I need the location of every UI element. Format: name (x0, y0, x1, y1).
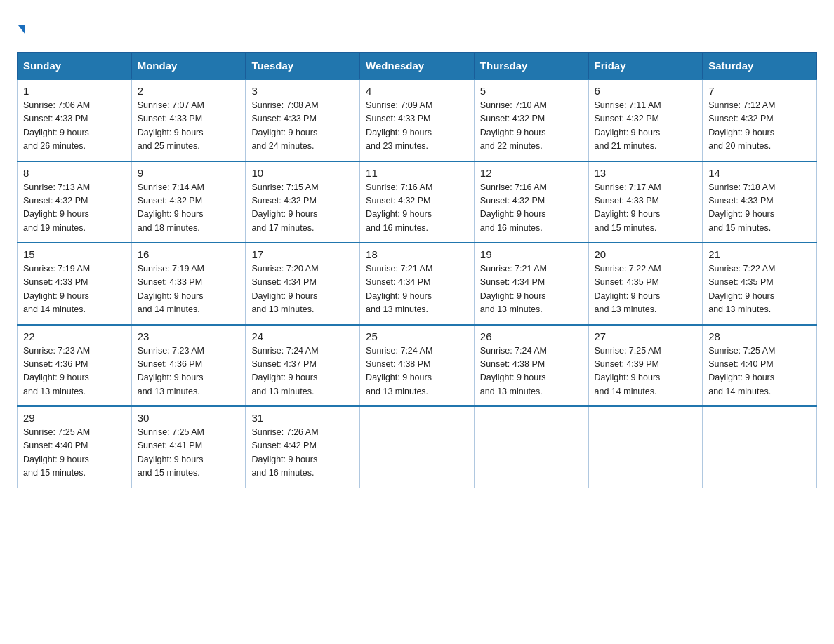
day-info: Sunrise: 7:21 AMSunset: 4:34 PMDaylight:… (366, 262, 468, 317)
day-number: 25 (366, 330, 468, 342)
calendar-cell: 23Sunrise: 7:23 AMSunset: 4:36 PMDayligh… (131, 325, 246, 407)
day-info: Sunrise: 7:24 AMSunset: 4:38 PMDaylight:… (480, 344, 583, 399)
calendar-cell: 6Sunrise: 7:11 AMSunset: 4:32 PMDaylight… (588, 79, 703, 161)
day-info: Sunrise: 7:26 AMSunset: 4:42 PMDaylight:… (251, 426, 354, 481)
calendar-cell: 30Sunrise: 7:25 AMSunset: 4:41 PMDayligh… (131, 406, 246, 488)
calendar-cell: 20Sunrise: 7:22 AMSunset: 4:35 PMDayligh… (588, 243, 703, 325)
calendar-cell: 10Sunrise: 7:15 AMSunset: 4:32 PMDayligh… (246, 161, 360, 243)
day-number: 28 (708, 330, 811, 342)
day-info: Sunrise: 7:24 AMSunset: 4:38 PMDaylight:… (366, 344, 468, 399)
calendar-header-row: SundayMondayTuesdayWednesdayThursdayFrid… (18, 53, 817, 80)
day-number: 13 (595, 167, 697, 179)
day-info: Sunrise: 7:17 AMSunset: 4:33 PMDaylight:… (595, 181, 697, 236)
day-number: 16 (138, 248, 240, 260)
day-number: 20 (595, 248, 697, 260)
calendar-cell: 22Sunrise: 7:23 AMSunset: 4:36 PMDayligh… (18, 325, 132, 407)
calendar-cell: 19Sunrise: 7:21 AMSunset: 4:34 PMDayligh… (474, 243, 588, 325)
calendar-cell: 21Sunrise: 7:22 AMSunset: 4:35 PMDayligh… (703, 243, 817, 325)
day-number: 4 (366, 85, 468, 97)
calendar-cell: 4Sunrise: 7:09 AMSunset: 4:33 PMDaylight… (360, 79, 475, 161)
week-row-3: 15Sunrise: 7:19 AMSunset: 4:33 PMDayligh… (18, 243, 817, 325)
day-number: 30 (138, 412, 240, 424)
col-header-saturday: Saturday (703, 53, 817, 80)
day-number: 12 (480, 167, 583, 179)
day-info: Sunrise: 7:22 AMSunset: 4:35 PMDaylight:… (595, 262, 697, 317)
calendar-cell: 8Sunrise: 7:13 AMSunset: 4:32 PMDaylight… (18, 161, 132, 243)
page-header (17, 17, 817, 39)
day-info: Sunrise: 7:09 AMSunset: 4:33 PMDaylight:… (366, 99, 468, 154)
day-number: 29 (23, 412, 126, 424)
day-info: Sunrise: 7:12 AMSunset: 4:32 PMDaylight:… (708, 99, 811, 154)
calendar-cell: 16Sunrise: 7:19 AMSunset: 4:33 PMDayligh… (131, 243, 246, 325)
day-number: 5 (480, 85, 583, 97)
day-info: Sunrise: 7:25 AMSunset: 4:40 PMDaylight:… (708, 344, 811, 399)
week-row-5: 29Sunrise: 7:25 AMSunset: 4:40 PMDayligh… (18, 406, 817, 488)
day-number: 26 (480, 330, 583, 342)
day-number: 14 (708, 167, 811, 179)
day-info: Sunrise: 7:21 AMSunset: 4:34 PMDaylight:… (480, 262, 583, 317)
day-number: 2 (138, 85, 240, 97)
calendar-cell: 31Sunrise: 7:26 AMSunset: 4:42 PMDayligh… (246, 406, 360, 488)
day-info: Sunrise: 7:20 AMSunset: 4:34 PMDaylight:… (251, 262, 354, 317)
week-row-1: 1Sunrise: 7:06 AMSunset: 4:33 PMDaylight… (18, 79, 817, 161)
calendar-cell: 25Sunrise: 7:24 AMSunset: 4:38 PMDayligh… (360, 325, 475, 407)
day-number: 3 (251, 85, 354, 97)
day-number: 10 (251, 167, 354, 179)
calendar-cell (474, 406, 588, 488)
day-number: 15 (23, 248, 126, 260)
day-info: Sunrise: 7:25 AMSunset: 4:40 PMDaylight:… (23, 426, 126, 481)
day-number: 11 (366, 167, 468, 179)
day-number: 19 (480, 248, 583, 260)
calendar-cell: 13Sunrise: 7:17 AMSunset: 4:33 PMDayligh… (588, 161, 703, 243)
day-info: Sunrise: 7:22 AMSunset: 4:35 PMDaylight:… (708, 262, 811, 317)
calendar-cell (360, 406, 475, 488)
day-number: 17 (251, 248, 354, 260)
day-info: Sunrise: 7:25 AMSunset: 4:41 PMDaylight:… (138, 426, 240, 481)
calendar-cell: 15Sunrise: 7:19 AMSunset: 4:33 PMDayligh… (18, 243, 132, 325)
calendar-cell: 11Sunrise: 7:16 AMSunset: 4:32 PMDayligh… (360, 161, 475, 243)
day-info: Sunrise: 7:19 AMSunset: 4:33 PMDaylight:… (138, 262, 240, 317)
calendar-cell: 28Sunrise: 7:25 AMSunset: 4:40 PMDayligh… (703, 325, 817, 407)
calendar-cell: 7Sunrise: 7:12 AMSunset: 4:32 PMDaylight… (703, 79, 817, 161)
day-number: 9 (138, 167, 240, 179)
day-info: Sunrise: 7:07 AMSunset: 4:33 PMDaylight:… (138, 99, 240, 154)
logo (17, 17, 25, 39)
calendar-cell: 17Sunrise: 7:20 AMSunset: 4:34 PMDayligh… (246, 243, 360, 325)
calendar-cell: 14Sunrise: 7:18 AMSunset: 4:33 PMDayligh… (703, 161, 817, 243)
day-info: Sunrise: 7:08 AMSunset: 4:33 PMDaylight:… (251, 99, 354, 154)
calendar-cell (588, 406, 703, 488)
day-info: Sunrise: 7:13 AMSunset: 4:32 PMDaylight:… (23, 181, 126, 236)
day-number: 8 (23, 167, 126, 179)
calendar-cell: 3Sunrise: 7:08 AMSunset: 4:33 PMDaylight… (246, 79, 360, 161)
day-info: Sunrise: 7:11 AMSunset: 4:32 PMDaylight:… (595, 99, 697, 154)
col-header-thursday: Thursday (474, 53, 588, 80)
col-header-sunday: Sunday (18, 53, 132, 80)
calendar-cell: 24Sunrise: 7:24 AMSunset: 4:37 PMDayligh… (246, 325, 360, 407)
logo-general-line (17, 17, 25, 39)
col-header-tuesday: Tuesday (246, 53, 360, 80)
calendar-cell: 29Sunrise: 7:25 AMSunset: 4:40 PMDayligh… (18, 406, 132, 488)
day-number: 6 (595, 85, 697, 97)
day-info: Sunrise: 7:16 AMSunset: 4:32 PMDaylight:… (480, 181, 583, 236)
day-info: Sunrise: 7:19 AMSunset: 4:33 PMDaylight:… (23, 262, 126, 317)
calendar-cell: 1Sunrise: 7:06 AMSunset: 4:33 PMDaylight… (18, 79, 132, 161)
day-number: 7 (708, 85, 811, 97)
week-row-4: 22Sunrise: 7:23 AMSunset: 4:36 PMDayligh… (18, 325, 817, 407)
day-info: Sunrise: 7:14 AMSunset: 4:32 PMDaylight:… (138, 181, 240, 236)
day-number: 22 (23, 330, 126, 342)
calendar-cell: 2Sunrise: 7:07 AMSunset: 4:33 PMDaylight… (131, 79, 246, 161)
calendar-cell: 26Sunrise: 7:24 AMSunset: 4:38 PMDayligh… (474, 325, 588, 407)
day-info: Sunrise: 7:16 AMSunset: 4:32 PMDaylight:… (366, 181, 468, 236)
calendar-cell: 27Sunrise: 7:25 AMSunset: 4:39 PMDayligh… (588, 325, 703, 407)
logo-arrow-icon (18, 25, 25, 34)
day-info: Sunrise: 7:24 AMSunset: 4:37 PMDaylight:… (251, 344, 354, 399)
day-info: Sunrise: 7:06 AMSunset: 4:33 PMDaylight:… (23, 99, 126, 154)
day-number: 27 (595, 330, 697, 342)
calendar-cell (703, 406, 817, 488)
day-number: 1 (23, 85, 126, 97)
day-info: Sunrise: 7:18 AMSunset: 4:33 PMDaylight:… (708, 181, 811, 236)
calendar-cell: 18Sunrise: 7:21 AMSunset: 4:34 PMDayligh… (360, 243, 475, 325)
col-header-friday: Friday (588, 53, 703, 80)
calendar-cell: 12Sunrise: 7:16 AMSunset: 4:32 PMDayligh… (474, 161, 588, 243)
day-info: Sunrise: 7:10 AMSunset: 4:32 PMDaylight:… (480, 99, 583, 154)
